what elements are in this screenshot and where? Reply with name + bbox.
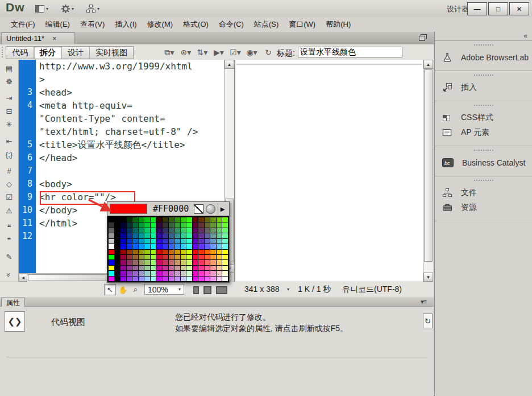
panel-grip[interactable] bbox=[474, 150, 493, 152]
palette-swatch[interactable] bbox=[163, 260, 168, 265]
palette-swatch[interactable] bbox=[169, 228, 174, 233]
palette-swatch[interactable] bbox=[132, 217, 138, 222]
palette-swatch[interactable] bbox=[139, 233, 144, 238]
palette-swatch[interactable] bbox=[127, 255, 132, 259]
palette-swatch[interactable] bbox=[139, 266, 144, 270]
palette-swatch[interactable] bbox=[139, 244, 144, 249]
hand-tool-icon[interactable]: ✋ bbox=[117, 284, 129, 295]
palette-swatch[interactable] bbox=[181, 233, 186, 238]
palette-swatch[interactable] bbox=[198, 260, 204, 265]
preview-in-browser-icon[interactable]: ⊛▾ bbox=[179, 46, 193, 58]
palette-swatch[interactable] bbox=[210, 255, 216, 259]
palette-swatch[interactable] bbox=[132, 244, 138, 249]
palette-swatch[interactable] bbox=[174, 217, 180, 222]
palette-swatch[interactable] bbox=[163, 271, 168, 275]
palette-swatch[interactable] bbox=[174, 255, 180, 259]
select-parent-tag-icon[interactable]: ⇤ bbox=[2, 135, 16, 147]
palette-swatch[interactable] bbox=[115, 222, 120, 227]
palette-swatch[interactable] bbox=[169, 260, 174, 265]
palette-swatch[interactable] bbox=[132, 260, 138, 265]
palette-swatch[interactable] bbox=[127, 277, 132, 281]
live-view-options-icon[interactable]: ▶▾ bbox=[212, 46, 226, 58]
collapse-selection-icon[interactable]: ⊟ bbox=[2, 105, 16, 118]
menu-item-7[interactable]: 站点(S) bbox=[249, 17, 284, 32]
remove-comment-icon[interactable]: ❞ bbox=[2, 234, 16, 246]
palette-swatch[interactable] bbox=[144, 260, 150, 265]
close-tab-icon[interactable]: × bbox=[52, 34, 57, 43]
palette-swatch[interactable] bbox=[151, 233, 156, 238]
palette-swatch[interactable] bbox=[205, 239, 210, 244]
restore-document-icon[interactable] bbox=[419, 34, 428, 42]
scroll-down-icon[interactable]: ▼ bbox=[423, 273, 433, 282]
palette-swatch[interactable] bbox=[127, 239, 132, 244]
palette-swatch[interactable] bbox=[186, 217, 192, 222]
palette-swatch[interactable] bbox=[193, 271, 198, 275]
palette-swatch[interactable] bbox=[139, 255, 144, 259]
palette-swatch[interactable] bbox=[127, 260, 132, 265]
palette-swatch[interactable] bbox=[222, 244, 228, 249]
palette-swatch[interactable] bbox=[186, 266, 192, 270]
pointer-tool-icon[interactable]: ↖ bbox=[104, 284, 116, 295]
palette-swatch[interactable] bbox=[198, 233, 204, 238]
palette-swatch[interactable] bbox=[217, 266, 222, 270]
palette-swatch[interactable] bbox=[109, 217, 114, 222]
palette-swatch[interactable] bbox=[217, 217, 222, 222]
palette-swatch[interactable] bbox=[139, 260, 144, 265]
code-line[interactable]: <body> bbox=[36, 178, 224, 191]
palette-swatch[interactable] bbox=[210, 250, 216, 254]
palette-swatch[interactable] bbox=[139, 222, 144, 227]
palette-swatch[interactable] bbox=[210, 239, 216, 244]
palette-swatch[interactable] bbox=[109, 244, 114, 249]
code-line[interactable] bbox=[36, 164, 224, 178]
palette-swatch[interactable] bbox=[156, 244, 162, 249]
maximize-button[interactable]: □ bbox=[488, 2, 508, 15]
palette-swatch[interactable] bbox=[222, 266, 228, 270]
palette-swatch[interactable] bbox=[210, 271, 216, 275]
palette-swatch[interactable] bbox=[120, 222, 126, 227]
apply-comment-icon[interactable]: ❝ bbox=[2, 221, 16, 233]
palette-swatch[interactable] bbox=[198, 228, 204, 233]
palette-swatch[interactable] bbox=[222, 233, 228, 238]
palette-swatch[interactable] bbox=[139, 250, 144, 254]
palette-swatch[interactable] bbox=[127, 217, 132, 222]
palette-swatch[interactable] bbox=[169, 277, 174, 281]
palette-swatch[interactable] bbox=[156, 271, 162, 275]
menu-item-8[interactable]: 窗口(W) bbox=[284, 17, 321, 32]
palette-swatch[interactable] bbox=[151, 228, 156, 233]
palette-swatch[interactable] bbox=[169, 244, 174, 249]
palette-swatch[interactable] bbox=[198, 239, 204, 244]
palette-swatch[interactable] bbox=[120, 228, 126, 233]
palette-swatch[interactable] bbox=[181, 250, 186, 254]
panel-button-ap[interactable]: AP 元素 bbox=[435, 125, 532, 140]
palette-swatch[interactable] bbox=[144, 222, 150, 227]
palette-swatch[interactable] bbox=[115, 217, 120, 222]
palette-swatch[interactable] bbox=[139, 239, 144, 244]
palette-swatch[interactable] bbox=[163, 239, 168, 244]
palette-swatch[interactable] bbox=[139, 228, 144, 233]
palette-swatch[interactable] bbox=[193, 239, 198, 244]
palette-swatch[interactable] bbox=[163, 228, 168, 233]
menu-item-6[interactable]: 命令(C) bbox=[214, 17, 249, 32]
palette-swatch[interactable] bbox=[210, 228, 216, 233]
palette-swatch[interactable] bbox=[186, 277, 192, 281]
palette-swatch[interactable] bbox=[144, 277, 150, 281]
panel-grip[interactable] bbox=[474, 180, 493, 183]
panel-button-files[interactable]: 文件 bbox=[435, 185, 532, 200]
palette-swatch[interactable] bbox=[115, 228, 120, 233]
palette-swatch[interactable] bbox=[217, 260, 222, 265]
palette-swatch[interactable] bbox=[139, 271, 144, 275]
palette-swatch[interactable] bbox=[151, 217, 156, 222]
palette-swatch[interactable] bbox=[169, 217, 174, 222]
open-documents-icon[interactable]: ▤ bbox=[2, 62, 16, 75]
palette-swatch[interactable] bbox=[210, 217, 216, 222]
palette-swatch[interactable] bbox=[115, 277, 120, 281]
palette-swatch[interactable] bbox=[156, 260, 162, 265]
code-line[interactable]: </head> bbox=[36, 151, 224, 164]
syntax-error-alerts-icon[interactable]: ☑ bbox=[2, 191, 16, 204]
default-color-icon[interactable] bbox=[194, 204, 203, 214]
palette-swatch[interactable] bbox=[205, 244, 210, 249]
palette-swatch[interactable] bbox=[169, 239, 174, 244]
palette-swatch[interactable] bbox=[198, 250, 204, 254]
palette-swatch[interactable] bbox=[132, 222, 138, 227]
palette-swatch[interactable] bbox=[109, 266, 114, 270]
